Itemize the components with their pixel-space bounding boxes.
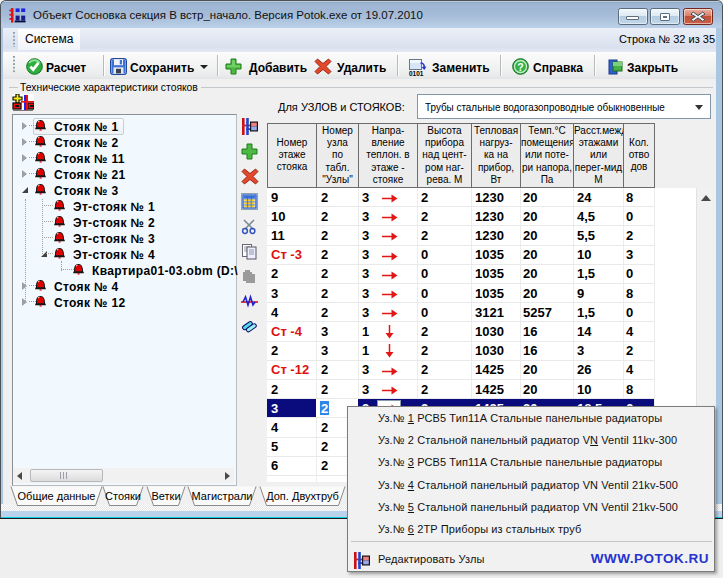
svg-text:Доп. Двухтруб: Доп. Двухтруб: [266, 490, 339, 502]
svg-text:Магистрали: Магистрали: [192, 490, 253, 502]
svg-text:?: ?: [517, 61, 523, 73]
svg-text:Стояки: Стояки: [105, 490, 141, 502]
svg-text:Ветки: Ветки: [151, 490, 180, 502]
svg-text:0101: 0101: [409, 70, 424, 77]
svg-text:Общие данные: Общие данные: [18, 490, 96, 502]
